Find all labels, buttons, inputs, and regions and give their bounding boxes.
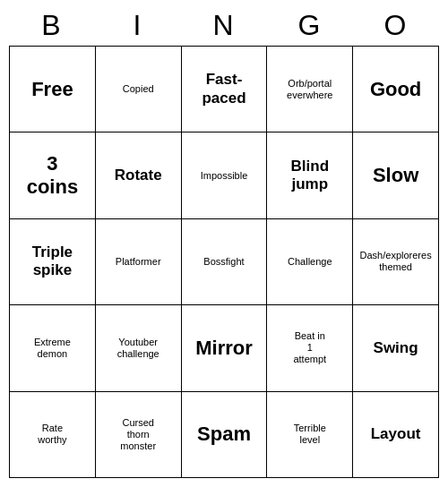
bingo-header: BINGO	[9, 9, 439, 42]
bingo-cell: Impossible	[182, 132, 268, 218]
cell-label: Free	[31, 78, 73, 101]
cell-label: Cursed thorn monster	[120, 417, 156, 453]
bingo-cell: Fast- paced	[182, 47, 268, 132]
bingo-cell: Terrible level	[267, 392, 353, 478]
cell-label: 3 coins	[27, 152, 78, 200]
cell-label: Layout	[371, 425, 421, 443]
bingo-cell: Dash/exploreres themed	[353, 219, 439, 305]
cell-label: Blind jump	[291, 158, 330, 194]
cell-label: Extreme demon	[34, 337, 71, 360]
cell-label: Good	[370, 78, 421, 101]
cell-label: Swing	[374, 339, 418, 357]
cell-label: Terrible level	[294, 423, 326, 446]
header-letter: I	[95, 9, 181, 42]
bingo-cell: Rate worthy	[10, 392, 96, 478]
bingo-cell: Beat in 1 attempt	[267, 305, 353, 391]
bingo-cell: Platformer	[96, 219, 182, 305]
cell-label: Platformer	[116, 256, 161, 268]
cell-label: Beat in 1 attempt	[293, 330, 326, 366]
bingo-cell: Orb/portal everwhere	[267, 47, 353, 132]
header-letter: O	[353, 9, 439, 42]
header-letter: G	[267, 9, 353, 42]
cell-label: Rotate	[115, 167, 162, 184]
cell-label: Challenge	[288, 256, 332, 268]
cell-label: Slow	[373, 164, 418, 187]
bingo-cell: Challenge	[267, 219, 353, 305]
bingo-grid: FreeCopiedFast- pacedOrb/portal everwher…	[9, 46, 439, 478]
cell-label: Copied	[123, 83, 154, 95]
cell-label: Dash/exploreres themed	[360, 250, 432, 273]
bingo-cell: Blind jump	[267, 132, 353, 218]
bingo-cell: Triple spike	[10, 219, 96, 305]
bingo-cell: Extreme demon	[10, 305, 96, 391]
bingo-cell: Copied	[96, 47, 182, 132]
cell-label: Orb/portal everwhere	[271, 78, 349, 101]
bingo-cell: Rotate	[96, 132, 182, 218]
cell-label: Bossfight	[203, 256, 244, 268]
bingo-cell: Slow	[353, 132, 439, 218]
bingo-cell: Good	[353, 47, 439, 132]
cell-label: Mirror	[195, 337, 253, 360]
cell-label: Fast- paced	[202, 71, 246, 107]
bingo-cell: Bossfight	[182, 219, 268, 305]
header-letter: N	[181, 9, 267, 42]
bingo-cell: Spam	[182, 392, 268, 478]
cell-label: Triple spike	[32, 244, 73, 280]
bingo-cell: 3 coins	[10, 132, 96, 218]
cell-label: Rate worthy	[38, 423, 66, 446]
bingo-cell: Mirror	[182, 305, 268, 391]
bingo-cell: Youtuber challenge	[96, 305, 182, 391]
cell-label: Spam	[197, 423, 251, 446]
cell-label: Youtuber challenge	[117, 337, 159, 360]
bingo-cell: Free	[10, 47, 96, 132]
cell-label: Impossible	[201, 170, 248, 182]
header-letter: B	[9, 9, 95, 42]
bingo-cell: Layout	[353, 392, 439, 478]
bingo-cell: Cursed thorn monster	[96, 392, 182, 478]
bingo-cell: Swing	[353, 305, 439, 391]
